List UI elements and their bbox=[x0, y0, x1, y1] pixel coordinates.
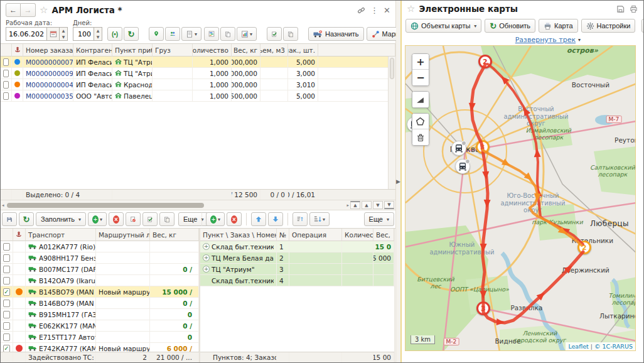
sort-asc-button[interactable] bbox=[292, 212, 308, 226]
documents-menu-button[interactable]: ▾ bbox=[181, 27, 201, 41]
header-cell[interactable]: Контрагент bbox=[73, 44, 112, 57]
point-row[interactable]: +ТЦ Мега Белая дача25 000 bbox=[200, 252, 394, 264]
transport-select-cell[interactable] bbox=[1, 298, 13, 308]
delete-shape-button[interactable] bbox=[412, 129, 429, 145]
transport-select-cell[interactable] bbox=[1, 275, 13, 286]
points-delete-button[interactable]: × bbox=[227, 212, 242, 226]
header-cell[interactable]: Вес, кг bbox=[150, 229, 199, 241]
add-row-button[interactable]: +▾ bbox=[88, 212, 107, 226]
order-select-cell[interactable] bbox=[1, 79, 12, 90]
header-cell[interactable]: Номер заказа bbox=[23, 44, 73, 57]
days-spinner[interactable]: ▲▼ bbox=[94, 27, 102, 41]
map-more-button[interactable]: Еще▾ bbox=[641, 19, 644, 33]
transport-select-cell[interactable] bbox=[1, 252, 13, 263]
order-select-cell[interactable] bbox=[1, 57, 12, 67]
post-sheet-button[interactable] bbox=[142, 212, 158, 226]
row-checkbox[interactable] bbox=[3, 92, 9, 100]
order-row[interactable]: М0000000009ИП Феласин Ил...ТЦ "Атриум"1,… bbox=[1, 68, 395, 79]
header-cell[interactable]: Вес, кг bbox=[232, 44, 260, 57]
map-settings-button[interactable]: Настройки bbox=[581, 19, 636, 33]
transport-row[interactable]: ✓Е742КА777 (КАМА...Новый маршрутн...6 00… bbox=[1, 343, 199, 352]
row-checkbox[interactable] bbox=[3, 333, 10, 341]
header-cell[interactable]: Количество bbox=[193, 44, 232, 57]
map-print-button[interactable]: Карта bbox=[539, 19, 577, 33]
fill-button[interactable]: Заполнить▾ bbox=[36, 212, 86, 226]
map-canvas[interactable]: остров»ВосточныйРеутовВосточный админист… bbox=[405, 45, 636, 351]
transport-select-cell[interactable] bbox=[1, 241, 13, 252]
copy-button[interactable] bbox=[283, 27, 298, 41]
order-row[interactable]: М0000000007ИП Феласин Ил...ТЦ "Атриум"1,… bbox=[1, 57, 395, 68]
transport-select-cell[interactable]: ✓ bbox=[1, 286, 13, 297]
order-row[interactable]: М0000000004ИП Феласин Ил...Краснодар1,00… bbox=[1, 79, 395, 90]
header-cell[interactable]: Упак., шт. bbox=[288, 44, 318, 57]
row-checkbox[interactable] bbox=[3, 322, 10, 330]
gantt-chart-button[interactable] bbox=[204, 27, 219, 41]
transport-row[interactable]: Е062КК177 (MAN ...0 / bbox=[1, 320, 199, 332]
panel-splitter[interactable]: ▶ bbox=[396, 1, 402, 362]
post-document-button[interactable] bbox=[267, 27, 282, 41]
header-cell[interactable]: Груз bbox=[153, 44, 193, 57]
orders-vertical-scrollbar[interactable] bbox=[388, 57, 395, 189]
zoom-out-button[interactable]: − bbox=[412, 70, 429, 85]
row-checkbox[interactable] bbox=[3, 254, 10, 262]
leaflet-link[interactable]: Leaflet bbox=[568, 343, 588, 350]
reports-menu-button[interactable]: ▾ bbox=[237, 27, 257, 41]
row-checkbox[interactable] bbox=[3, 311, 10, 318]
order-select-cell[interactable] bbox=[1, 90, 12, 101]
transport-select-cell[interactable]: ✓ bbox=[1, 343, 13, 352]
transport-row[interactable]: Е715ТТ177 Автото...0 bbox=[1, 332, 199, 343]
transport-row[interactable]: В142ОА79 (Ikarus-... bbox=[1, 275, 199, 286]
scroll-down-button[interactable]: ▼ bbox=[373, 201, 383, 209]
row-checkbox[interactable] bbox=[3, 266, 10, 273]
sort-desc-button[interactable]: ▾ bbox=[309, 212, 330, 226]
link-icon[interactable] bbox=[357, 6, 365, 14]
vehicle-marker[interactable] bbox=[455, 159, 470, 174]
transport-row[interactable]: ✓В145ВО79 (MAN T...Новый маршрутн...15 0… bbox=[1, 286, 199, 298]
scroll-up-button[interactable]: ▲ bbox=[362, 201, 372, 209]
transport-select-cell[interactable] bbox=[1, 320, 13, 331]
transport-select-cell[interactable] bbox=[1, 264, 13, 274]
more-menu-icon[interactable]: ⋮ bbox=[370, 6, 378, 15]
order-select-cell[interactable] bbox=[1, 68, 12, 79]
save-button[interactable] bbox=[2, 212, 17, 226]
move-up-button[interactable] bbox=[251, 212, 266, 226]
header-cell[interactable]: Маршрутный лист bbox=[96, 229, 150, 241]
route-point-marker[interactable]: 2 bbox=[478, 55, 492, 68]
row-checkbox[interactable]: ✓ bbox=[3, 345, 10, 352]
favorite-star-icon[interactable]: ☆ bbox=[40, 4, 48, 16]
point-row[interactable]: +Склад быт.техники в...115 0 bbox=[200, 241, 394, 252]
working-date-input[interactable] bbox=[6, 27, 47, 41]
print-icon[interactable] bbox=[630, 5, 638, 13]
header-cell[interactable]: Пункт \ Заказ \ Номенкл... bbox=[200, 229, 277, 241]
show-points-on-map-button[interactable] bbox=[149, 27, 164, 41]
header-cell[interactable]: Объем, м3 bbox=[260, 44, 288, 57]
point-row[interactable]: Склад быт.техники в...4 bbox=[200, 275, 394, 286]
map-objects-button[interactable]: Объекты карты▾ bbox=[405, 19, 481, 33]
row-checkbox[interactable] bbox=[3, 58, 9, 66]
expand-icon[interactable]: + bbox=[203, 243, 210, 250]
back-button[interactable]: ← bbox=[6, 3, 21, 17]
transport-row[interactable]: А908НН177 Бензо... bbox=[1, 252, 199, 264]
refresh-button[interactable]: ↻ bbox=[124, 27, 139, 41]
row-checkbox[interactable] bbox=[3, 81, 9, 89]
scroll-top-button[interactable]: ▲ bbox=[350, 201, 360, 209]
row-checkbox[interactable] bbox=[3, 277, 10, 284]
copy-sheet-button[interactable] bbox=[159, 212, 174, 226]
expand-icon[interactable]: + bbox=[203, 266, 210, 273]
order-row[interactable]: М0000000035ООО "Автомолот"Павелецкий во.… bbox=[1, 90, 395, 102]
scroll-bottom-button[interactable]: ▼ bbox=[384, 201, 394, 209]
partners-button[interactable] bbox=[165, 27, 180, 41]
route-point-marker[interactable]: 3 bbox=[476, 140, 490, 154]
close-icon[interactable]: ✕ bbox=[384, 6, 390, 15]
route-point-marker[interactable]: 3 bbox=[476, 301, 490, 315]
transport-row[interactable]: В146ВО79 (MAN T...0 / bbox=[1, 298, 199, 309]
header-cell[interactable]: № bbox=[277, 229, 289, 241]
refresh-transport-button[interactable]: ↻ bbox=[19, 212, 34, 226]
header-cell[interactable]: Пункт прибытия bbox=[112, 44, 153, 57]
points-more-button[interactable]: Еще▾ bbox=[364, 212, 394, 226]
transport-select-cell[interactable] bbox=[1, 332, 13, 342]
transport-row[interactable]: В007МС177 (DAF ...0 / bbox=[1, 264, 199, 275]
transport-select-cell[interactable] bbox=[1, 309, 13, 320]
rarus-link[interactable]: © 1C-RARUS bbox=[594, 343, 633, 350]
date-spinner[interactable]: ▲▼ bbox=[60, 27, 68, 41]
